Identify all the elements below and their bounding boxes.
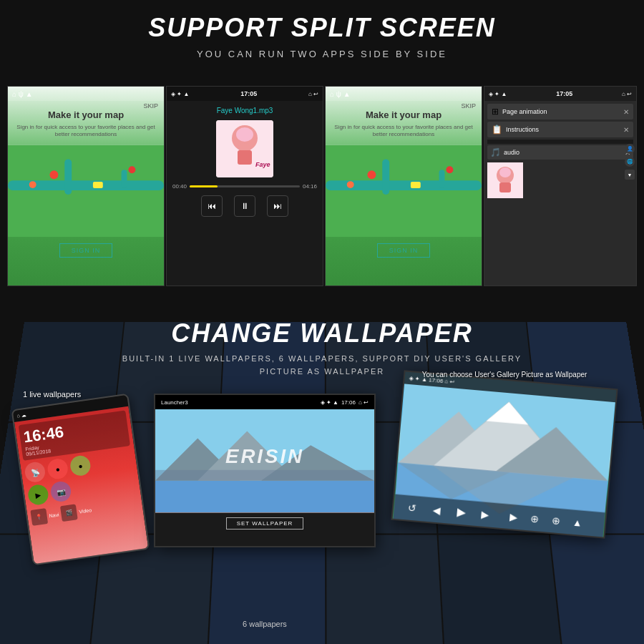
svg-point-7 <box>128 166 135 173</box>
svg-point-17 <box>367 170 376 179</box>
prev-btn[interactable]: ⏮ <box>201 195 223 217</box>
tablet-battery: ⌂ ↩ <box>358 399 369 406</box>
map-illustration-1 <box>8 145 164 238</box>
status-bar-3: ⌂ ψ ▲ <box>326 87 482 101</box>
svg-rect-31 <box>155 470 374 481</box>
map-content-1: Make it your map Sign in for quick acces… <box>8 101 164 145</box>
page-animation-icon: ⊞ <box>492 107 499 117</box>
map-content-3: Make it your map Sign in for quick acces… <box>326 101 482 145</box>
navi-icon[interactable]: 📍 <box>30 508 48 526</box>
svg-rect-18 <box>411 182 421 188</box>
map-desc-3: Sign in for quick access to your favorit… <box>333 124 474 139</box>
nav-arrow-2[interactable]: 🌐 <box>625 157 635 167</box>
instructions-icon: 📋 <box>492 125 502 135</box>
nav-arrow-1[interactable]: 👤 <box>625 144 635 154</box>
battery-icon-2: ⌂ ↩ <box>308 91 318 97</box>
music-controls: ⏮ ⏸ ⏭ <box>172 195 317 217</box>
svg-rect-12 <box>238 150 252 165</box>
play-pause-btn[interactable]: ⏸ <box>234 195 255 217</box>
skip-label-3[interactable]: SKIP <box>461 102 476 109</box>
close-icon-2[interactable]: ✕ <box>623 126 629 134</box>
svg-text:↺: ↺ <box>408 503 417 514</box>
play-icon-btn[interactable]: ▶ <box>27 484 50 507</box>
status-time-4: 17:05 <box>556 90 572 97</box>
status-bar-2: ◈ ✦ ▲ 17:05 ⌂ ↩ <box>167 87 323 101</box>
split-menu: ⊞ Page animation ✕ 📋 Instructions ✕ 🎵 <box>484 101 636 201</box>
close-icon-1[interactable]: ✕ <box>623 108 629 116</box>
screen-panel-4: ◈ ✦ ▲ 17:05 ⌂ ↩ ⊞ Page animation ✕ 📋 Ins… <box>484 86 637 286</box>
music-content: Faye Wong1.mp3 Faye 00:40 <box>167 101 323 223</box>
change-wallpaper-title: CHANGE WALLPAPER <box>0 318 644 348</box>
svg-rect-0 <box>8 145 164 237</box>
progress-fill <box>190 185 217 187</box>
progress-bar[interactable] <box>190 185 300 187</box>
status-icons-4: ◈ ✦ ▲ <box>489 91 507 97</box>
svg-text:▶: ▶ <box>509 512 517 523</box>
svg-rect-27 <box>155 481 374 512</box>
svg-rect-2 <box>64 159 72 195</box>
sign-in-btn-3[interactable]: SIGN IN <box>377 243 431 258</box>
video-icon-btn[interactable]: 📷 <box>49 480 72 503</box>
map-title-1: Make it your map <box>15 109 157 120</box>
subtitle: YOU CAN RUN TWO APPS SIDE BY SIDE <box>0 49 644 59</box>
svg-rect-6 <box>122 170 127 187</box>
circle-icon-1[interactable]: ● <box>47 457 69 480</box>
time-total: 04:16 <box>303 183 317 190</box>
status-icons-2: ◈ ✦ ▲ <box>171 91 189 97</box>
video-nav-icon[interactable]: 🎬 <box>60 504 78 522</box>
skip-label-1[interactable]: SKIP <box>143 102 158 109</box>
svg-point-24 <box>499 167 511 177</box>
svg-text:▲: ▲ <box>572 517 582 529</box>
label-live-wallpapers: 1 live wallpapers <box>23 390 81 399</box>
audio-row[interactable]: 🎵 audio ✕ <box>487 145 633 160</box>
page-title: SUPPORT SPLIT SCREEN <box>0 0 644 43</box>
tablet-wallpaper-preview: ERISIN <box>155 409 374 513</box>
status-bar-4: ◈ ✦ ▲ 17:05 ⌂ ↩ <box>484 87 636 101</box>
home-icon: ⌂ ψ ▲ <box>12 90 33 98</box>
home-icon-3: ⌂ ψ ▲ <box>330 90 351 98</box>
bottom-content: CHANGE WALLPAPER BUILT-IN 1 LIVE WALLPAP… <box>0 308 644 378</box>
status-bar-1: ⌂ ψ ▲ <box>8 87 164 101</box>
circle-icon-2[interactable]: ● <box>69 454 92 477</box>
tablet-status-icons: ◈ ✦ ▲ <box>321 399 338 406</box>
svg-rect-16 <box>382 159 389 195</box>
svg-point-10 <box>236 127 253 142</box>
audio-album-art <box>487 162 523 198</box>
tablet-status-time: 17:06 <box>341 399 356 406</box>
tablet-6-wallpapers: Launcher3 ◈ ✦ ▲ 17:06 ⌂ ↩ ERISIN <box>154 394 376 547</box>
svg-rect-25 <box>499 182 511 192</box>
svg-text:Faye: Faye <box>255 161 270 168</box>
map-title-3: Make it your map <box>333 109 474 120</box>
instructions-label: Instructions <box>506 126 539 133</box>
svg-point-5 <box>29 181 36 188</box>
status-time-2: 17:05 <box>240 90 257 97</box>
radio-icon-btn[interactable]: 📡 <box>24 461 47 484</box>
svg-point-19 <box>347 181 354 188</box>
label-gallery-text: You can choose User's Gallery Picture as… <box>397 371 612 379</box>
nav-arrow-3[interactable]: ▼ <box>625 170 635 180</box>
audio-label: audio <box>504 149 519 156</box>
sign-in-btn-1[interactable]: SIGN IN <box>59 243 113 258</box>
label-6-wallpapers: 6 wallpapers <box>154 620 376 628</box>
svg-text:ERISIN: ERISIN <box>225 445 304 467</box>
menu-item-page-animation[interactable]: ⊞ Page animation ✕ <box>487 104 633 119</box>
menu-item-instructions[interactable]: 📋 Instructions ✕ <box>487 122 633 137</box>
phone-live-wallpaper: ⌂ ☁ 16:46 Friday09/11/2018 📡 ● ● ▶ 📷 📍 N… <box>11 394 150 566</box>
time-current: 00:40 <box>172 183 187 190</box>
svg-point-21 <box>446 166 453 173</box>
album-art: Faye <box>216 120 273 177</box>
screen-panel-1: ⌂ ψ ▲ SKIP Make it your map Sign in for … <box>7 86 165 286</box>
next-btn[interactable]: ⏭ <box>267 195 288 217</box>
set-wallpaper-button[interactable]: SET WALLPAPER <box>226 517 304 530</box>
svg-rect-4 <box>93 182 103 188</box>
svg-point-3 <box>49 170 58 179</box>
svg-rect-20 <box>439 170 445 187</box>
svg-text:⊕: ⊕ <box>551 515 560 527</box>
map-illustration-3 <box>326 145 482 238</box>
video-label: Video <box>79 507 92 514</box>
phone-status-icons: ⌂ ☁ <box>16 412 26 419</box>
phone-widgets-area: 16:46 Friday09/11/2018 📡 ● ● ▶ 📷 📍 Navi … <box>14 406 150 566</box>
screenshots-row: ⌂ ψ ▲ SKIP Make it your map Sign in for … <box>7 86 637 286</box>
music-title: Faye Wong1.mp3 <box>172 107 317 114</box>
svg-text:◀: ◀ <box>432 505 441 517</box>
